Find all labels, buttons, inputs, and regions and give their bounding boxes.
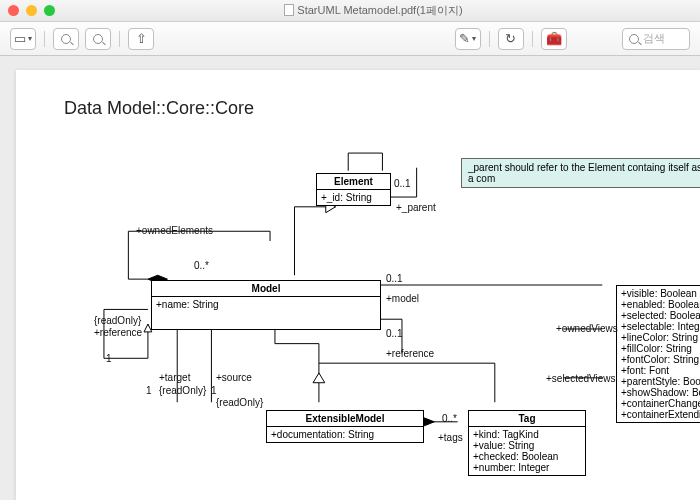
zoom-in-button[interactable] [53,28,79,50]
mult: 1 [106,353,112,364]
assoc-tags: +tags [438,432,463,443]
constraint: {readOnly} [94,315,141,326]
assoc-parent: +_parent [396,202,436,213]
minimize-icon[interactable] [26,5,37,16]
markup-button[interactable]: 🧰 [541,28,567,50]
mult: 0..1 [386,273,403,284]
page-canvas: Data Model::Core::Core [16,70,700,500]
window-controls [8,5,55,16]
view-mode-button[interactable]: ▭ ▾ [10,28,36,50]
search-input[interactable]: 검색 [622,28,690,50]
mult: 0..* [194,260,209,271]
toolbox-icon: 🧰 [546,31,562,46]
mult: 0..* [442,413,457,424]
class-attrs: +visible: Boolean +enabled: Boolean +sel… [617,286,700,422]
class-extensible-model: ExtensibleModel +documentation: String [266,410,424,443]
mult: 1 [211,385,217,396]
class-view: +visible: Boolean +enabled: Boolean +sel… [616,285,700,423]
mult: 0..1 [386,328,403,339]
assoc-owned-views: +ownedViews [556,323,618,334]
annotate-button[interactable]: ✎▾ [455,28,481,50]
toolbar: ▭ ▾ ⇧ ✎▾ ↻ 🧰 검색 [0,22,700,56]
share-button[interactable]: ⇧ [128,28,154,50]
assoc-selected-views: +selectedViews [546,373,616,384]
pencil-icon: ✎ [459,31,470,46]
zoom-icon[interactable] [44,5,55,16]
assoc-model: +model [386,293,419,304]
assoc-reference: +reference [386,348,434,359]
class-model: Model +name: String [151,280,381,330]
assoc-source: +source [216,372,252,383]
assoc-owned-elements: +ownedElements [136,225,213,236]
rotate-button[interactable]: ↻ [498,28,524,50]
class-name: Element [317,174,390,190]
mult: 0..1 [394,178,411,189]
class-attrs: +kind: TagKind +value: String +checked: … [469,427,585,475]
svg-marker-4 [313,373,325,383]
titlebar: StarUML Metamodel.pdf(1페이지) [0,0,700,22]
share-icon: ⇧ [136,31,147,46]
assoc-reference: +reference [94,327,142,338]
constraint: {readOnly} [216,397,263,408]
class-attr: +documentation: String [267,427,423,442]
close-icon[interactable] [8,5,19,16]
zoom-out-button[interactable] [85,28,111,50]
class-element: Element +_id: String [316,173,391,206]
class-name: Model [152,281,380,297]
class-attr: +_id: String [317,190,390,205]
uml-diagram: Element +_id: String Model +name: String… [16,70,700,500]
rotate-icon: ↻ [505,31,516,46]
window-title: StarUML Metamodel.pdf(1페이지) [55,3,692,18]
class-attr: +name: String [152,297,380,312]
constraint: {readOnly} [159,385,206,396]
note: _parent should refer to the Element cont… [461,158,700,188]
mult: 1 [146,385,152,396]
zoom-out-icon [93,34,103,44]
document-icon [284,4,294,16]
assoc-target: +target [159,372,190,383]
class-tag: Tag +kind: TagKind +value: String +check… [468,410,586,476]
zoom-in-icon [61,34,71,44]
search-icon [629,34,639,44]
class-name: ExtensibleModel [267,411,423,427]
class-name: Tag [469,411,585,427]
